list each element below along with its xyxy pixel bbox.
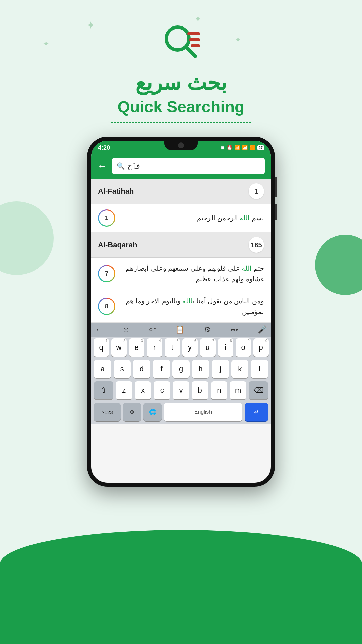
kb-settings-btn[interactable]: ⚙ (204, 325, 211, 334)
phone-notch (164, 141, 198, 150)
key-u[interactable]: 7u (200, 338, 216, 357)
kb-mic-btn[interactable]: 🎤 (258, 325, 267, 334)
allah-word-3: الله (182, 297, 192, 305)
key-q[interactable]: 1q (94, 338, 109, 357)
key-l[interactable]: l (251, 360, 268, 378)
key-h[interactable]: h (192, 360, 209, 378)
key-r[interactable]: 4r (147, 338, 162, 357)
surah-number-fatihah: 1 (249, 183, 264, 199)
surah-name-fatihah: Al-Fatihah (98, 187, 134, 196)
verse-badge-1: 1 (98, 209, 115, 227)
key-s[interactable]: s (114, 360, 131, 378)
enter-key[interactable]: ↵ (245, 403, 268, 421)
battery-icon: 27 (257, 145, 264, 150)
surah-header-baqarah[interactable]: Al-Baqarah 165 (91, 232, 271, 258)
key-b[interactable]: b (192, 381, 208, 399)
key-m[interactable]: m (230, 381, 246, 399)
kb-gif-label: GIF (149, 328, 156, 332)
verse-text-baqarah-7: ختم الله على قلوبهم وعلى سمعهم وعلى أبصا… (120, 263, 264, 284)
kb-clipboard-icon: 📋 (175, 325, 184, 334)
top-section: بحث سريع Quick Searching (0, 0, 362, 137)
verse-num-1: 1 (105, 215, 108, 222)
front-camera (178, 142, 184, 148)
svg-line-1 (186, 47, 195, 56)
phone-device: 4:20 ▣ ⏰ 📶 📶 📶 27 ← 🔍 فٱح (87, 137, 275, 487)
key-g[interactable]: g (172, 360, 190, 378)
signal-icon-1: 📶 (242, 145, 248, 150)
key-f[interactable]: f (153, 360, 170, 378)
search-query[interactable]: فٱح (128, 162, 141, 170)
keyboard-row-3: ⇧ z x c v b n m ⌫ (91, 380, 271, 401)
verse-badge-7: 7 (98, 265, 115, 282)
kb-emoji-btn[interactable]: ☺ (122, 325, 130, 334)
allah-word-2: الله (242, 265, 252, 272)
key-z[interactable]: z (116, 381, 132, 399)
kb-settings-icon: ⚙ (204, 325, 211, 334)
verse-num-8: 8 (105, 303, 108, 310)
keyboard: ← ☺ GIF 📋 ⚙ ••• (91, 323, 271, 424)
search-results-list: Al-Fatihah 1 1 بسم الله الرحمن الرحيم Al… (91, 179, 271, 323)
verse-badge-8: 8 (98, 298, 115, 315)
title-arabic: بحث سريع (135, 70, 226, 95)
surah-number-baqarah: 165 (249, 237, 264, 253)
key-e[interactable]: 3e (129, 338, 144, 357)
title-english: Quick Searching (118, 98, 245, 116)
keyboard-row-1: 1q 2w 3e 4r 5t 6y 7u 8i 9o 0p (91, 337, 271, 358)
key-n[interactable]: n (211, 381, 228, 399)
verse-row-baqarah-7[interactable]: 7 ختم الله على قلوبهم وعلى سمعهم وعلى أب… (91, 258, 271, 290)
key-p[interactable]: 0p (253, 338, 269, 357)
surah-header-fatihah[interactable]: Al-Fatihah 1 (91, 179, 271, 204)
kb-more-icon: ••• (230, 325, 238, 334)
verse-row-baqarah-8[interactable]: 8 ومن الناس من يقول آمنا بالله وباليوم ا… (91, 290, 271, 323)
status-icons: ▣ ⏰ 📶 📶 📶 27 (220, 145, 264, 150)
num-switch-key[interactable]: ?123 (94, 403, 121, 421)
verse-row-fatihah-1[interactable]: 1 بسم الله الرحمن الرحيم (91, 204, 271, 232)
dashed-line-divider (111, 122, 251, 123)
verse-num-7: 7 (105, 270, 108, 277)
shift-key[interactable]: ⇧ (94, 381, 113, 399)
kb-back-btn[interactable]: ← (95, 325, 103, 334)
search-input-icon: 🔍 (117, 162, 125, 170)
kb-more-btn[interactable]: ••• (230, 325, 238, 334)
key-t[interactable]: 5t (165, 338, 180, 357)
key-d[interactable]: d (133, 360, 150, 378)
signal-icon-2: 📶 (250, 145, 255, 150)
key-a[interactable]: a (94, 360, 111, 378)
keyboard-bottom-row: ?123 ☺ 🌐 English ↵ (91, 401, 271, 424)
keyboard-row-2: a s d f g h j k l (91, 358, 271, 380)
sim-icon: ▣ (220, 145, 225, 150)
search-bar: ← 🔍 فٱح (91, 155, 271, 179)
phone-vol-btn (275, 204, 277, 220)
back-button[interactable]: ← (97, 160, 107, 172)
globe-key[interactable]: 🌐 (143, 403, 162, 421)
key-j[interactable]: j (212, 360, 229, 378)
kb-clipboard-btn[interactable]: 📋 (175, 325, 184, 334)
wifi-icon: 📶 (234, 145, 240, 150)
verse-text-fatihah-1: بسم الله الرحمن الرحيم (120, 213, 264, 223)
key-i[interactable]: 8i (218, 338, 233, 357)
key-c[interactable]: c (154, 381, 170, 399)
status-time: 4:20 (98, 144, 110, 151)
key-o[interactable]: 9o (236, 338, 251, 357)
key-w[interactable]: 2w (111, 338, 127, 357)
space-key[interactable]: English (164, 403, 242, 421)
keyboard-toolbar: ← ☺ GIF 📋 ⚙ ••• (91, 323, 271, 337)
key-x[interactable]: x (135, 381, 152, 399)
quick-search-icon (159, 20, 203, 64)
key-k[interactable]: k (231, 360, 249, 378)
bg-bottom-green (0, 530, 362, 644)
alarm-icon: ⏰ (227, 145, 232, 150)
search-input-area[interactable]: 🔍 فٱح (112, 158, 265, 174)
emoji-key[interactable]: ☺ (123, 403, 141, 421)
kb-back-icon: ← (95, 325, 103, 334)
verse-text-baqarah-8: ومن الناس من يقول آمنا بالله وباليوم الآ… (120, 296, 264, 317)
phone-power-btn (275, 177, 277, 197)
delete-key[interactable]: ⌫ (249, 381, 268, 399)
key-y[interactable]: 6y (182, 338, 198, 357)
surah-name-baqarah: Al-Baqarah (98, 240, 137, 249)
kb-mic-icon: 🎤 (258, 325, 267, 334)
kb-emoji-icon: ☺ (122, 325, 130, 334)
key-v[interactable]: v (173, 381, 189, 399)
kb-gif-btn[interactable]: GIF (149, 328, 156, 332)
allah-word-1: الله (240, 214, 250, 222)
